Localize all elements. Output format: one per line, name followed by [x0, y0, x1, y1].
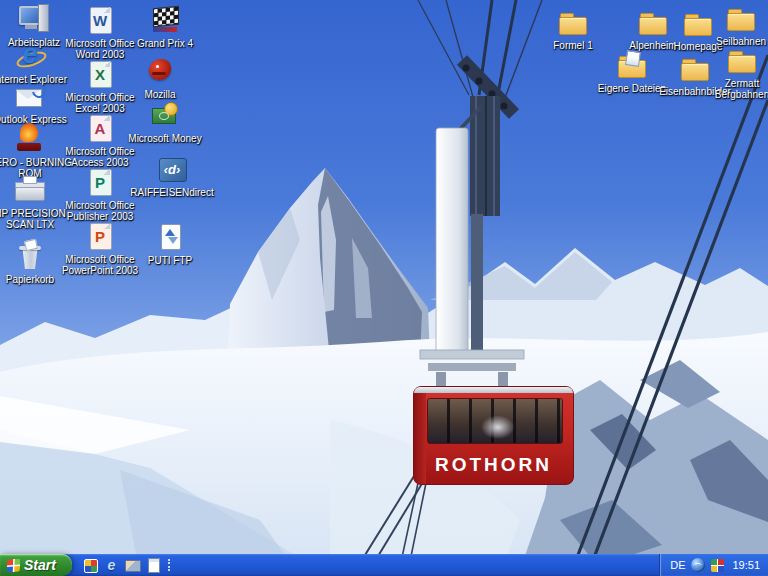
desktop-icons-layer: ArbeitsplatzeInternet ExplorerOutlook Ex… — [0, 0, 768, 576]
office-icon: A — [83, 112, 117, 144]
mozilla-icon — [143, 55, 177, 87]
office-icon: P — [83, 166, 117, 198]
mail-icon — [13, 80, 47, 112]
folder-icon — [556, 6, 590, 38]
gp4-icon — [148, 4, 182, 36]
icon-label: Microsoft Office Publisher 2003 — [55, 200, 145, 222]
scanner-icon — [13, 174, 47, 206]
launch-document-icon[interactable] — [145, 557, 162, 573]
start-button[interactable]: Start — [0, 554, 72, 576]
ftp-icon — [153, 221, 187, 253]
folder-open-icon — [615, 49, 649, 81]
office-icon: X — [83, 58, 117, 90]
desktop-icon-puti-ftp[interactable]: PUTI FTP — [125, 221, 215, 266]
clock[interactable]: 19:51 — [732, 559, 760, 571]
launch-show-desktop-icon[interactable] — [124, 557, 141, 573]
quick-launch-handle[interactable] — [168, 559, 176, 571]
desktop-icon-formel-1[interactable]: Formel 1 — [528, 6, 618, 51]
system-tray: DE 19:51 — [659, 554, 768, 576]
windows-flag-icon — [7, 558, 21, 572]
desktop: ROTHORN ArbeitsplatzeInternet ExplorerOu… — [0, 0, 768, 576]
money-icon — [148, 99, 182, 131]
display-settings-icon[interactable] — [711, 559, 724, 572]
desktop-icon-zermatt-bergbahnen[interactable]: Zermatt Bergbahnen — [697, 44, 768, 100]
language-indicator[interactable]: DE — [670, 559, 685, 571]
desktop-icon-microsoft-money[interactable]: Microsoft Money — [120, 99, 210, 144]
folder-icon — [725, 44, 759, 76]
ie-icon: e — [13, 40, 47, 72]
network-globe-icon[interactable] — [691, 558, 705, 572]
taskbar: Start e DE 19:51 — [0, 554, 768, 576]
launch-media-icon[interactable] — [82, 557, 99, 573]
folder-icon — [724, 2, 758, 34]
icon-label: Microsoft Money — [120, 133, 210, 144]
icon-label: RAIFFEISENdirect — [127, 187, 217, 198]
start-button-label: Start — [24, 557, 56, 573]
desktop-icon-grand-prix-4[interactable]: Grand Prix 4 — [120, 4, 210, 49]
quick-launch-bar: e — [82, 557, 162, 573]
computer-icon — [17, 3, 51, 35]
raiffeisen-icon: ‹d› — [155, 153, 189, 185]
desktop-icon-seilbahnen[interactable]: Seilbahnen — [696, 2, 768, 47]
office-icon: W — [83, 4, 117, 36]
office-icon: P — [83, 220, 117, 252]
launch-internet-explorer-icon[interactable]: e — [103, 557, 120, 573]
nero-icon — [13, 123, 47, 155]
recycle-icon — [13, 240, 47, 272]
icon-label: PUTI FTP — [125, 255, 215, 266]
icon-label: Zermatt Bergbahnen — [697, 78, 768, 100]
icon-label: Grand Prix 4 — [120, 38, 210, 49]
desktop-icon-mozilla[interactable]: Mozilla — [115, 55, 205, 100]
desktop-icon-raiffeisendirect[interactable]: ‹d›RAIFFEISENdirect — [127, 153, 217, 198]
